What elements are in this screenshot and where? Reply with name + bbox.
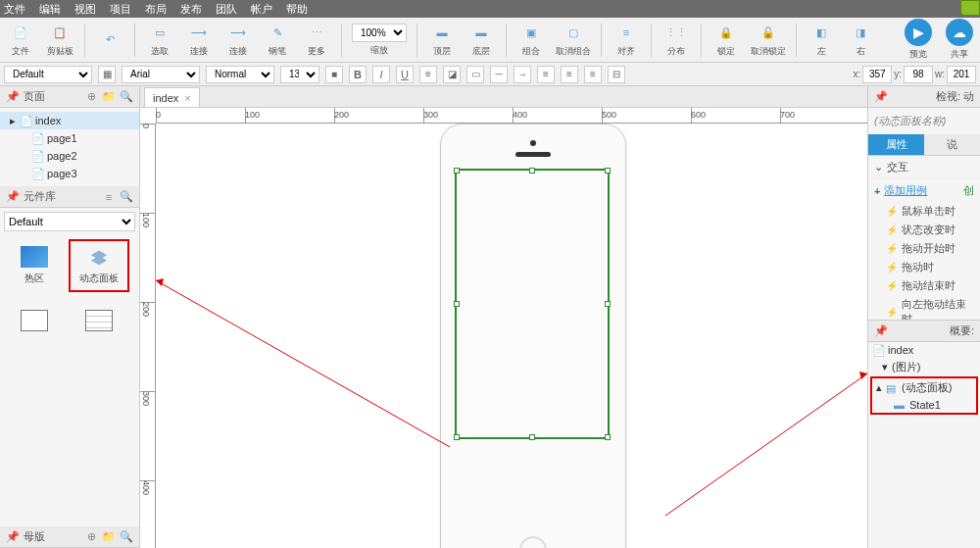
event-item[interactable]: ⚡拖动结束时: [868, 276, 980, 295]
y-input[interactable]: [904, 66, 933, 83]
size-select[interactable]: 13: [280, 66, 319, 83]
menu-file[interactable]: 文件: [4, 2, 25, 17]
event-item[interactable]: ⚡鼠标单击时: [868, 202, 980, 221]
tool-connect2[interactable]: ⟶连接: [223, 22, 253, 58]
menu-project[interactable]: 项目: [110, 2, 131, 17]
menu-publish[interactable]: 发布: [180, 2, 202, 17]
resize-handle[interactable]: [454, 434, 460, 440]
style-select[interactable]: Default: [4, 66, 92, 83]
selected-dynamic-panel[interactable]: [455, 169, 610, 439]
style-picker-icon[interactable]: ▦: [98, 66, 116, 83]
pin-icon[interactable]: 📌: [6, 530, 20, 544]
align-r-button[interactable]: ≡: [584, 66, 602, 83]
widget-table[interactable]: [69, 296, 129, 349]
event-item[interactable]: ⚡向左拖动结束时: [868, 295, 980, 320]
pin-icon[interactable]: 📌: [6, 190, 20, 204]
outline-root[interactable]: 📄index: [868, 342, 980, 358]
tab-properties[interactable]: 属性: [868, 134, 924, 155]
bold-button[interactable]: B: [349, 66, 367, 83]
tool-unlock[interactable]: 🔓取消锁定: [751, 22, 786, 58]
menu-account[interactable]: 帐户: [251, 2, 272, 17]
search-icon[interactable]: 🔍: [120, 190, 133, 204]
library-select[interactable]: Default: [4, 212, 135, 231]
menu-team[interactable]: 团队: [216, 2, 237, 17]
resize-handle[interactable]: [454, 168, 460, 174]
search-icon[interactable]: 🔍: [120, 530, 133, 544]
add-page-icon[interactable]: ⊕: [84, 90, 98, 104]
fill-button[interactable]: ◪: [443, 66, 461, 83]
underline-button[interactable]: U: [396, 66, 414, 83]
page-item[interactable]: 📄page1: [22, 129, 139, 147]
zoom-select[interactable]: 100%: [352, 24, 407, 42]
tool-more[interactable]: ⋯更多: [302, 22, 331, 58]
tool-distribute[interactable]: ⋮⋮分布: [662, 22, 691, 58]
stage[interactable]: [156, 124, 867, 548]
tool-connect[interactable]: ⟶连接: [184, 22, 214, 58]
widget-hotspot[interactable]: 热区: [4, 239, 65, 292]
add-case[interactable]: +添加用例创: [868, 179, 980, 202]
add-master-icon[interactable]: ⊕: [84, 530, 98, 544]
tool-lock[interactable]: 🔒锁定: [711, 22, 741, 58]
tool-bottom[interactable]: ▬底层: [466, 22, 496, 58]
w-input[interactable]: [947, 66, 976, 83]
create-icon[interactable]: 创: [963, 183, 974, 198]
align-c-button[interactable]: ≡: [561, 66, 578, 83]
page-root[interactable]: ▸📄index: [0, 112, 139, 129]
font-select[interactable]: Arial: [122, 66, 200, 83]
tool-left[interactable]: ◧左: [807, 22, 836, 58]
menu-help[interactable]: 帮助: [286, 2, 308, 17]
resize-handle[interactable]: [529, 168, 535, 174]
tool-group[interactable]: ▣组合: [516, 22, 546, 58]
page-item[interactable]: 📄page3: [22, 165, 139, 182]
resize-handle[interactable]: [605, 434, 611, 440]
resize-handle[interactable]: [454, 301, 460, 307]
bullet-button[interactable]: ≡: [419, 66, 437, 83]
valign-button[interactable]: ⊟: [608, 66, 625, 83]
tool-ungroup[interactable]: ▢取消组合: [556, 22, 591, 58]
add-folder-icon[interactable]: 📁: [102, 530, 116, 544]
panel-name[interactable]: (动态面板名称): [868, 108, 980, 134]
outline-image[interactable]: ▾(图片): [868, 358, 980, 376]
tool-undo[interactable]: ↶: [95, 29, 124, 51]
align-l-button[interactable]: ≡: [537, 66, 555, 83]
search-icon[interactable]: 🔍: [120, 90, 133, 104]
line-button[interactable]: ─: [490, 66, 508, 83]
close-icon[interactable]: ×: [184, 92, 190, 104]
outline-state[interactable]: ▬State1: [872, 397, 976, 413]
widget-dynamic-panel[interactable]: 动态面板: [69, 239, 129, 292]
tool-select[interactable]: ▭选取: [145, 22, 174, 58]
user-badge[interactable]: [960, 0, 980, 16]
menu-view[interactable]: 视图: [74, 2, 96, 17]
tool-right[interactable]: ◨右: [846, 22, 875, 58]
event-item[interactable]: ⚡拖动时: [868, 258, 980, 276]
tool-file[interactable]: 📄文件: [6, 22, 35, 58]
add-folder-icon[interactable]: 📁: [102, 90, 116, 104]
tool-zoom[interactable]: 100% 缩放: [352, 24, 407, 57]
tool-align[interactable]: ≡对齐: [612, 22, 641, 58]
tool-preview[interactable]: ▶预览: [904, 19, 933, 61]
arrow-button[interactable]: →: [514, 66, 531, 83]
pin-icon[interactable]: 📌: [874, 324, 888, 337]
resize-handle[interactable]: [605, 301, 611, 307]
tab-index[interactable]: index×: [144, 87, 200, 107]
italic-button[interactable]: I: [372, 66, 390, 83]
event-item[interactable]: ⚡状态改变时: [868, 221, 980, 239]
widget-box[interactable]: [4, 296, 65, 349]
resize-handle[interactable]: [529, 434, 535, 440]
menu-layout[interactable]: 布局: [145, 2, 167, 17]
resize-handle[interactable]: [605, 168, 611, 174]
tool-top[interactable]: ▬顶层: [427, 22, 457, 58]
interact-toggle[interactable]: ⌄交互: [874, 160, 974, 174]
border-button[interactable]: ▭: [466, 66, 484, 83]
pin-icon[interactable]: 📌: [874, 90, 888, 103]
tool-clipboard[interactable]: 📋剪贴板: [45, 22, 74, 58]
tool-share[interactable]: ☁共享: [945, 19, 974, 61]
page-item[interactable]: 📄page2: [22, 147, 139, 165]
menu-edit[interactable]: 编辑: [39, 2, 61, 17]
tab-notes[interactable]: 说: [924, 134, 980, 155]
tool-pen[interactable]: ✎钢笔: [263, 22, 292, 58]
pin-icon[interactable]: 📌: [6, 90, 20, 104]
menu-icon[interactable]: ≡: [102, 190, 116, 204]
weight-select[interactable]: Normal: [206, 66, 274, 83]
outline-dynamic-panel[interactable]: ▴▤(动态面板): [872, 378, 976, 397]
